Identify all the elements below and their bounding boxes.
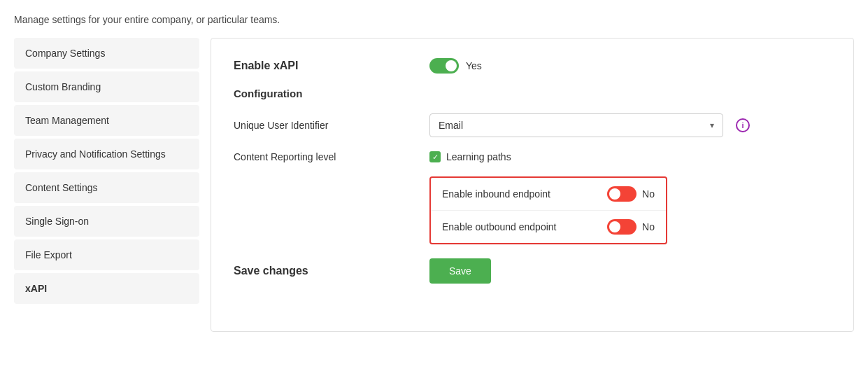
main-content: Enable xAPI Yes Configuration Unique Use…	[211, 38, 854, 332]
learning-paths-label: Learning paths	[446, 151, 511, 162]
sidebar-item-file-export[interactable]: File Export	[14, 239, 199, 270]
unique-user-identifier-row: Unique User Identifier Email ▾ i	[234, 113, 831, 137]
sidebar-item-content-settings[interactable]: Content Settings	[14, 172, 199, 203]
enable-xapi-toggle[interactable]	[429, 58, 459, 74]
outbound-toggle-group: No	[607, 219, 655, 235]
sidebar: Company Settings Custom Branding Team Ma…	[14, 38, 199, 332]
enable-xapi-state-label: Yes	[466, 60, 482, 71]
sidebar-item-company-settings[interactable]: Company Settings	[14, 38, 199, 69]
enable-xapi-label: Enable xAPI	[234, 60, 429, 72]
outbound-endpoint-label: Enable outbound endpoint	[442, 221, 556, 232]
chevron-down-icon: ▾	[710, 120, 714, 130]
content-reporting-row: Content Reporting level ✓ Learning paths	[234, 151, 831, 162]
info-icon[interactable]: i	[736, 118, 750, 132]
sidebar-item-privacy-notification[interactable]: Privacy and Notification Settings	[14, 139, 199, 169]
save-changes-label: Save changes	[234, 265, 429, 277]
configuration-row: Configuration	[234, 88, 831, 99]
sidebar-item-custom-branding[interactable]: Custom Branding	[14, 71, 199, 102]
learning-paths-checkbox[interactable]: ✓	[429, 151, 441, 162]
sidebar-item-team-management[interactable]: Team Management	[14, 105, 199, 136]
page-subtitle: Manage settings for your entire company,…	[14, 14, 854, 25]
endpoint-field-row: Enable inbound endpoint No Enable outbou…	[234, 176, 831, 244]
unique-user-identifier-dropdown[interactable]: Email ▾	[429, 113, 723, 137]
endpoint-section: Enable inbound endpoint No Enable outbou…	[429, 176, 667, 244]
enable-xapi-value: Yes	[429, 58, 482, 74]
inbound-endpoint-toggle[interactable]	[607, 186, 636, 202]
unique-user-identifier-label: Unique User Identifier	[234, 120, 429, 131]
outbound-endpoint-state-label: No	[642, 221, 655, 232]
save-changes-value: Save	[429, 258, 491, 284]
outbound-endpoint-row: Enable outbound endpoint No	[431, 211, 666, 243]
save-changes-row: Save changes Save	[234, 258, 831, 284]
outbound-endpoint-toggle[interactable]	[607, 219, 636, 235]
sidebar-item-xapi[interactable]: xAPI	[14, 273, 199, 304]
enable-xapi-row: Enable xAPI Yes	[234, 58, 831, 74]
inbound-endpoint-label: Enable inbound endpoint	[442, 188, 550, 200]
inbound-endpoint-row: Enable inbound endpoint No	[431, 178, 666, 211]
inbound-toggle-group: No	[607, 186, 655, 202]
dropdown-selected-value: Email	[439, 120, 463, 131]
content-reporting-label: Content Reporting level	[234, 151, 429, 162]
unique-user-identifier-value: Email ▾ i	[429, 113, 750, 137]
learning-paths-checkbox-wrapper: ✓ Learning paths	[429, 151, 511, 162]
content-reporting-value: ✓ Learning paths	[429, 151, 511, 162]
sidebar-item-single-sign-on[interactable]: Single Sign-on	[14, 206, 199, 237]
configuration-label: Configuration	[234, 88, 429, 99]
save-button[interactable]: Save	[429, 258, 491, 284]
inbound-endpoint-state-label: No	[642, 188, 655, 200]
